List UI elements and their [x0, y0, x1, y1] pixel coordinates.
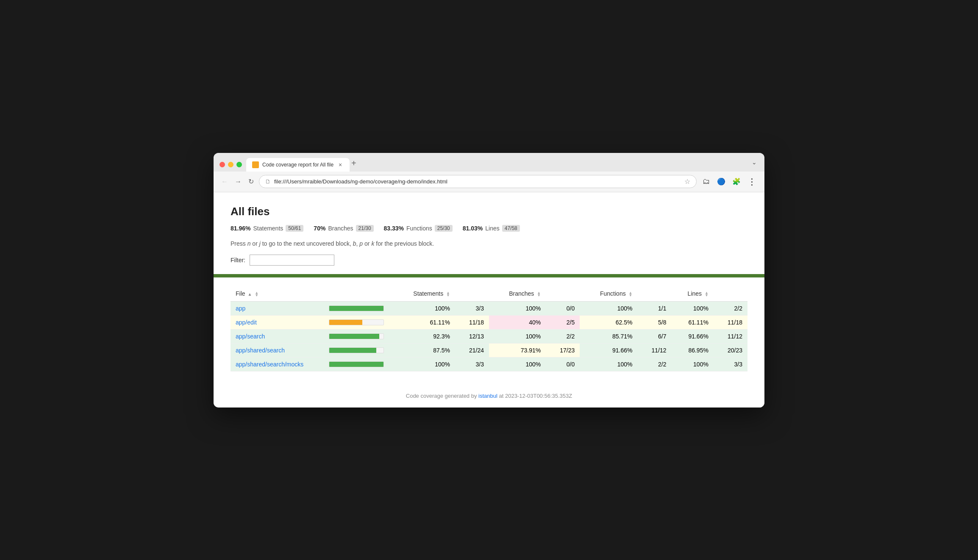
functions-frac-cell: 11/12	[638, 343, 672, 357]
branches-label: Branches	[328, 225, 353, 232]
functions-label: Functions	[406, 225, 432, 232]
footer-text-after: at 2023-12-03T00:56:35.353Z	[497, 393, 572, 399]
document-icon: 🗋	[265, 178, 271, 185]
progress-bar-fill	[329, 306, 383, 311]
hint-text: Press n or j to go to the next uncovered…	[231, 240, 747, 247]
window-controls	[219, 162, 242, 172]
branches-pct-cell: 73.91%	[489, 343, 546, 357]
minimize-button[interactable]	[228, 162, 233, 167]
progress-bar-bg	[329, 305, 384, 311]
functions-frac-cell: 5/8	[638, 315, 672, 329]
file-name-cell: app/edit	[231, 315, 324, 329]
tab-close-button[interactable]: ×	[337, 161, 344, 168]
table-row: app/shared/search 87.5% 21/24 73.91% 17/…	[231, 343, 747, 357]
file-link[interactable]: app	[236, 305, 245, 312]
lines-frac-cell: 11/12	[714, 329, 747, 343]
progress-bar-fill	[329, 348, 376, 353]
tab-title: Code coverage report for All file	[262, 162, 333, 168]
branches-col-header[interactable]: Branches ▲▼	[489, 286, 546, 302]
lines-pct: 81.03%	[463, 225, 483, 232]
sort-arrows: ▲▼	[255, 291, 258, 297]
sort-statements: ▲▼	[446, 291, 450, 297]
page-title: All files	[231, 205, 747, 218]
branches-pct-cell: 100%	[489, 301, 546, 315]
profile-icon[interactable]: 🔵	[714, 176, 728, 187]
file-name-cell: app	[231, 301, 324, 315]
progress-bar-fill	[329, 320, 362, 325]
lines-pct-cell: 100%	[672, 357, 714, 371]
statements-summary: 81.96% Statements 50/61	[231, 225, 303, 232]
lines-label: Lines	[485, 225, 499, 232]
statements-pct: 81.96%	[231, 225, 250, 232]
functions-pct-cell: 100%	[580, 301, 637, 315]
statements-frac-cell: 21/24	[455, 343, 489, 357]
extension-icon[interactable]: 🧩	[730, 176, 743, 187]
istanbul-link[interactable]: istanbul	[478, 393, 497, 399]
tab-favicon	[252, 161, 259, 168]
functions-col-header[interactable]: Functions ▲▼	[580, 286, 637, 302]
bookmark-icon[interactable]: ☆	[684, 177, 690, 186]
table-row: app/shared/search/mocks 100% 3/3 100% 0/…	[231, 357, 747, 371]
bar-cell	[324, 315, 392, 329]
pocket-icon[interactable]: 🗂	[700, 175, 713, 188]
back-button[interactable]: ←	[219, 176, 230, 187]
footer: Code coverage generated by istanbul at 2…	[214, 384, 764, 408]
statements-col-header[interactable]: Statements ▲▼	[392, 286, 455, 302]
active-tab[interactable]: Code coverage report for All file ×	[246, 158, 350, 172]
lines-frac-cell: 3/3	[714, 357, 747, 371]
toolbar: ← → ↻ 🗋 file:///Users/mraible/Downloads/…	[214, 172, 764, 192]
sort-branches: ▲▼	[537, 291, 541, 297]
table-row: app 100% 3/3 100% 0/0 100% 1/1 100% 2/2	[231, 301, 747, 315]
maximize-button[interactable]	[236, 162, 242, 167]
lines-pct-cell: 86.95%	[672, 343, 714, 357]
branches-frac-cell: 0/0	[546, 301, 580, 315]
functions-frac-cell: 6/7	[638, 329, 672, 343]
lines-frac-cell: 2/2	[714, 301, 747, 315]
address-bar[interactable]: 🗋 file:///Users/mraible/Downloads/ng-dem…	[259, 175, 697, 188]
statements-frac-cell: 3/3	[455, 357, 489, 371]
file-name-cell: app/shared/search/mocks	[231, 357, 324, 371]
lines-summary: 81.03% Lines 47/58	[463, 225, 520, 232]
bar-cell	[324, 357, 392, 371]
lines-col-header[interactable]: Lines ▲▼	[672, 286, 714, 302]
statements-frac-cell: 11/18	[455, 315, 489, 329]
branches-pct-cell: 100%	[489, 357, 546, 371]
footer-text-before: Code coverage generated by	[406, 393, 478, 399]
file-name-cell: app/shared/search	[231, 343, 324, 357]
lines-frac-cell: 11/18	[714, 315, 747, 329]
file-link[interactable]: app/search	[236, 333, 265, 340]
progress-bar-bg	[329, 319, 384, 325]
lines-badge: 47/58	[502, 225, 520, 232]
file-col-header[interactable]: File ▲ ▲▼	[231, 286, 324, 302]
lines-frac-cell: 20/23	[714, 343, 747, 357]
statements-badge: 50/61	[286, 225, 303, 232]
file-name-cell: app/search	[231, 329, 324, 343]
functions-summary: 83.33% Functions 25/30	[384, 225, 453, 232]
statements-pct-cell: 100%	[392, 357, 455, 371]
refresh-button[interactable]: ↻	[247, 176, 256, 187]
sort-asc-icon: ▲	[247, 292, 252, 297]
bar-cell	[324, 343, 392, 357]
file-link[interactable]: app/shared/search/mocks	[236, 361, 303, 368]
file-link[interactable]: app/edit	[236, 319, 257, 326]
functions-pct-cell: 62.5%	[580, 315, 637, 329]
functions-pct: 83.33%	[384, 225, 404, 232]
lines-pct-cell: 91.66%	[672, 329, 714, 343]
progress-bar-bg	[329, 333, 384, 339]
file-link[interactable]: app/shared/search	[236, 347, 285, 354]
tab-dropdown-button[interactable]: ⌄	[750, 157, 759, 167]
menu-button[interactable]: ⋮	[745, 175, 759, 189]
new-tab-button[interactable]: +	[351, 159, 356, 172]
forward-button[interactable]: →	[233, 176, 243, 187]
branches-pct: 70%	[314, 225, 325, 232]
progress-bar-bg	[329, 361, 384, 367]
branches-frac-cell: 0/0	[546, 357, 580, 371]
lines-frac-header	[714, 286, 747, 302]
close-button[interactable]	[219, 162, 225, 167]
progress-bar-fill	[329, 362, 383, 367]
filter-input[interactable]	[250, 255, 334, 266]
functions-frac-cell: 2/2	[638, 357, 672, 371]
lines-pct-cell: 100%	[672, 301, 714, 315]
functions-pct-cell: 85.71%	[580, 329, 637, 343]
branches-frac-cell: 2/5	[546, 315, 580, 329]
